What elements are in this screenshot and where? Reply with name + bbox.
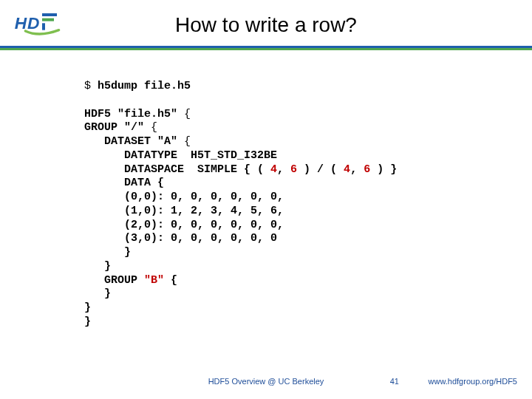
command: h5dump file.h5 — [98, 80, 191, 92]
out-l14: } — [84, 287, 111, 300]
slide-title: How to write a row? — [0, 13, 532, 37]
out-l5c: , — [277, 163, 290, 176]
out-l2b: "/" — [124, 121, 144, 134]
out-l1a: HDF5 "file.h5" — [84, 108, 177, 120]
out-l5f: 4 — [344, 163, 350, 176]
code-block: $ h5dump file.h5 HDF5 "file.h5" { GROUP … — [84, 80, 498, 330]
out-l4: DATATYPE H5T_STD_I32BE — [84, 149, 277, 162]
footer-url: www.hdfgroup.org/HDF5 — [429, 377, 517, 386]
out-l3c: { — [177, 135, 191, 148]
out-l2a: GROUP — [84, 121, 124, 134]
out-l5b: 4 — [270, 163, 277, 176]
slide: H D How to write a row? $ h5dump file.h5… — [0, 0, 532, 399]
out-l6: DATA { — [84, 177, 164, 189]
out-l8: (1,0): 1, 2, 3, 4, 5, 6, — [84, 205, 284, 217]
out-l3a: DATASET — [84, 135, 157, 148]
out-l13c: { — [164, 274, 177, 287]
footer: HDF5 Overview @ UC Berkeley 41 www.hdfgr… — [0, 377, 532, 392]
out-l11: } — [84, 246, 131, 259]
out-l7: (0,0): 0, 0, 0, 0, 0, 0, — [84, 191, 284, 203]
out-l5d: 6 — [290, 163, 297, 176]
out-l3b: "A" — [157, 135, 177, 148]
out-l15: } — [84, 301, 91, 314]
footer-page: 41 — [390, 377, 399, 386]
out-l5h: 6 — [364, 163, 370, 176]
out-l5a: DATASPACE SIMPLE { ( — [84, 163, 270, 176]
out-l2c: { — [144, 121, 157, 134]
out-l9: (2,0): 0, 0, 0, 0, 0, 0, — [84, 219, 284, 231]
divider-rule — [0, 46, 532, 50]
out-l5i: ) } — [370, 163, 397, 176]
out-l13a: GROUP — [84, 274, 144, 287]
out-l12: } — [84, 260, 111, 273]
out-l5g: , — [350, 163, 364, 176]
out-l5e: ) / ( — [297, 163, 344, 176]
out-l1b: { — [177, 108, 191, 120]
out-l13b: "B" — [144, 274, 164, 287]
out-l16: } — [84, 316, 91, 328]
out-l10: (3,0): 0, 0, 0, 0, 0, 0 — [84, 232, 277, 245]
prompt: $ — [84, 80, 98, 92]
